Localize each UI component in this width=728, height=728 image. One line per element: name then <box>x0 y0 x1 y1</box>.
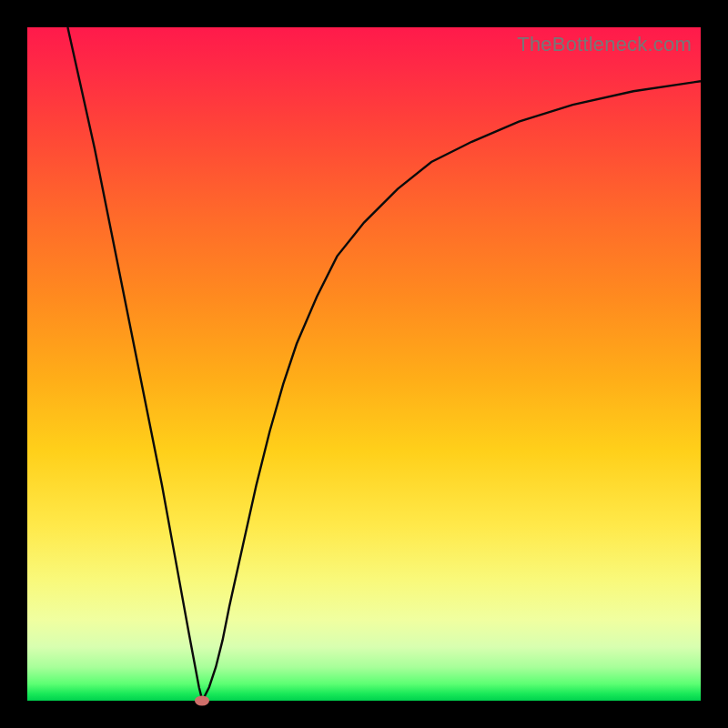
min-marker-icon <box>195 696 209 706</box>
chart-frame: TheBottleneck.com <box>0 0 728 728</box>
watermark-text: TheBottleneck.com <box>517 33 692 56</box>
chart-plot-area: TheBottleneck.com <box>27 27 701 701</box>
curve-svg <box>27 27 701 701</box>
curve-path <box>67 27 701 701</box>
